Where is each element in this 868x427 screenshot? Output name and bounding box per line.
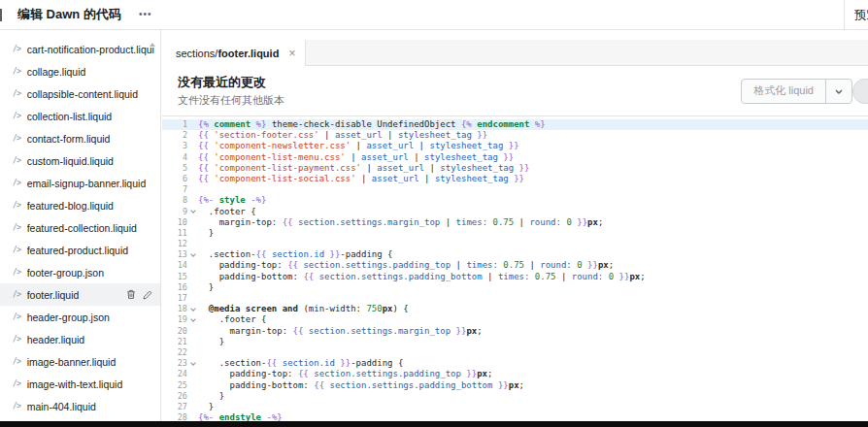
fold-toggle-icon[interactable]	[187, 363, 198, 365]
format-dropdown-button[interactable]	[826, 80, 851, 103]
tab-footer-liquid[interactable]: sections/footer.liquid ×	[162, 40, 306, 66]
line-number[interactable]: 20	[162, 326, 187, 337]
fold-toggle-icon[interactable]	[187, 319, 198, 321]
code-line-28[interactable]: 28{%- endstyle -%}	[162, 412, 868, 421]
line-number[interactable]: 8	[162, 195, 187, 206]
kebab-icon: •••	[139, 9, 152, 19]
code-line-7[interactable]: 7	[162, 184, 868, 195]
version-header: 没有最近的更改 文件没有任何其他版本 格式化 liquid	[162, 66, 868, 116]
file-item-featured-collection-liquid[interactable]: />featured-collection.liquid	[0, 216, 160, 239]
line-number[interactable]: 1	[162, 119, 187, 130]
file-item-collection-list-liquid[interactable]: />collection-list.liquid	[0, 105, 160, 127]
file-item-email-signup-banner-liquid[interactable]: />email-signup-banner.liquid	[0, 172, 160, 194]
code-line-10[interactable]: 10 margin-top: {{ section.settings.margi…	[162, 217, 868, 228]
code-text: {{ 'component-list-menu.css' | asset_url…	[198, 152, 868, 163]
line-number[interactable]: 22	[162, 347, 187, 358]
code-line-13[interactable]: 13 .section-{{ section.id }}-padding {	[162, 249, 868, 260]
line-number[interactable]: 16	[162, 282, 187, 293]
code-line-22[interactable]: 22	[162, 347, 868, 358]
code-line-12[interactable]: 12	[162, 239, 868, 249]
line-number[interactable]: 4	[162, 152, 187, 163]
file-sidebar: />cart-notification-product.liquid/>coll…	[0, 30, 161, 421]
fold-toggle-icon[interactable]	[187, 254, 198, 256]
code-editor[interactable]: 1{% comment %} theme-check-disable Undef…	[162, 116, 868, 421]
code-line-16[interactable]: 16 }	[162, 282, 868, 293]
file-item-main-404-liquid[interactable]: />main-404.liquid	[0, 395, 160, 417]
code-line-26[interactable]: 26 }	[162, 391, 868, 402]
line-number[interactable]: 26	[162, 391, 187, 402]
code-line-27[interactable]: 27 }	[162, 402, 868, 412]
file-item-contact-form-liquid[interactable]: />contact-form.liquid	[0, 127, 160, 149]
line-number[interactable]: 12	[162, 239, 187, 249]
fold-toggle-icon[interactable]	[187, 309, 198, 311]
code-line-3[interactable]: 3{{ 'component-newsletter.css' | asset_u…	[162, 141, 868, 151]
code-text: @media screen and (min-width: 750px) {	[198, 304, 868, 314]
preview-button[interactable]: 预览	[854, 7, 868, 23]
line-number[interactable]: 2	[162, 130, 187, 141]
code-line-4[interactable]: 4{{ 'component-list-menu.css' | asset_ur…	[162, 152, 868, 163]
file-item-header-liquid[interactable]: />header.liquid	[0, 328, 160, 350]
code-line-18[interactable]: 18 @media screen and (min-width: 750px) …	[162, 304, 868, 314]
file-item-collage-liquid[interactable]: />collage.liquid	[0, 60, 160, 82]
file-item-custom-liquid-liquid[interactable]: />custom-liquid.liquid	[0, 149, 160, 172]
file-item-featured-blog-liquid[interactable]: />featured-blog.liquid	[0, 194, 160, 216]
code-line-23[interactable]: 23 .section-{{ section.id }}-padding {	[162, 358, 868, 369]
code-text: {{ 'section-footer.css' | asset_url | st…	[198, 130, 868, 141]
code-line-24[interactable]: 24 padding-top: {{ section.settings.padd…	[162, 369, 868, 379]
code-line-5[interactable]: 5{{ 'component-list-payment.css' | asset…	[162, 163, 868, 174]
line-number[interactable]: 3	[162, 141, 187, 151]
line-number[interactable]: 13	[162, 249, 187, 260]
line-number[interactable]: 9	[162, 207, 187, 217]
code-line-19[interactable]: 19 .footer {	[162, 314, 868, 325]
line-number[interactable]: 17	[162, 293, 187, 304]
line-number[interactable]: 27	[162, 402, 187, 412]
code-line-15[interactable]: 15 padding-bottom: {{ section.settings.p…	[162, 272, 868, 282]
pencil-icon	[143, 288, 152, 303]
line-number[interactable]: 5	[162, 163, 187, 174]
rename-file-button[interactable]	[143, 290, 152, 300]
line-number[interactable]: 21	[162, 337, 187, 347]
code-line-2[interactable]: 2{{ 'section-footer.css' | asset_url | s…	[162, 130, 868, 141]
left-edge-divider	[0, 9, 2, 21]
more-menu-button[interactable]: •••	[135, 6, 156, 23]
file-item-footer-liquid[interactable]: />footer.liquid	[0, 283, 160, 306]
code-line-17[interactable]: 17	[162, 293, 868, 304]
line-number[interactable]: 19	[162, 314, 187, 325]
code-line-21[interactable]: 21 }	[162, 337, 868, 347]
fold-toggle-icon[interactable]	[187, 211, 198, 213]
file-item-header-group-json[interactable]: />header-group.json	[0, 306, 160, 328]
clipped-right-button[interactable]	[852, 79, 868, 104]
file-list: />cart-notification-product.liquid/>coll…	[0, 38, 160, 421]
line-number[interactable]: 18	[162, 304, 187, 314]
line-number[interactable]: 10	[162, 217, 187, 228]
code-line-11[interactable]: 11 }	[162, 228, 868, 239]
file-item-cart-notification-product-liquid[interactable]: />cart-notification-product.liquid	[0, 38, 160, 60]
line-number[interactable]: 23	[162, 358, 187, 369]
line-number[interactable]: 7	[162, 184, 187, 195]
code-line-6[interactable]: 6{{ 'component-list-social.css' | asset_…	[162, 174, 868, 184]
code-line-25[interactable]: 25 padding-bottom: {{ section.settings.p…	[162, 380, 868, 391]
file-item-image-with-text-liquid[interactable]: />image-with-text.liquid	[0, 373, 160, 395]
line-number[interactable]: 15	[162, 272, 187, 282]
code-line-20[interactable]: 20 margin-top: {{ section.settings.margi…	[162, 326, 868, 337]
file-item-collapsible-content-liquid[interactable]: />collapsible-content.liquid	[0, 82, 160, 105]
tab-close-icon[interactable]: ×	[288, 48, 295, 59]
format-liquid-label-button[interactable]: 格式化 liquid	[742, 80, 826, 103]
code-line-8[interactable]: 8{%- style -%}	[162, 195, 868, 206]
line-number[interactable]: 11	[162, 228, 187, 239]
code-line-9[interactable]: 9 .footer {	[162, 207, 868, 217]
line-number[interactable]: 25	[162, 380, 187, 391]
line-number[interactable]: 28	[162, 412, 187, 421]
scroll-up-icon[interactable]	[150, 43, 155, 47]
line-number[interactable]: 24	[162, 369, 187, 379]
code-line-14[interactable]: 14 padding-top: {{ section.settings.padd…	[162, 260, 868, 271]
code-line-1[interactable]: 1{% comment %} theme-check-disable Undef…	[162, 119, 868, 130]
line-number[interactable]: 6	[162, 174, 187, 184]
line-number[interactable]: 14	[162, 260, 187, 271]
file-item-footer-group-json[interactable]: />footer-group.json	[0, 261, 160, 283]
delete-file-button[interactable]	[126, 289, 136, 300]
file-item-featured-product-liquid[interactable]: />featured-product.liquid	[0, 239, 160, 261]
code-text: {% comment %} theme-check-disable Undefi…	[198, 119, 868, 130]
file-item-image-banner-liquid[interactable]: />image-banner.liquid	[0, 350, 160, 373]
topbar: 编辑 Dawn 的代码 ••• 预览	[0, 0, 868, 30]
